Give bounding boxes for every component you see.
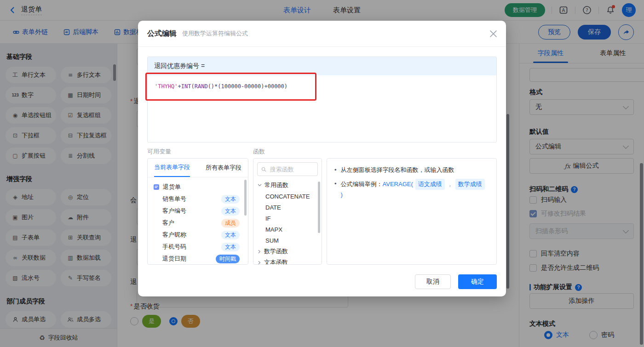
document-icon xyxy=(153,184,160,190)
formula-edit-modal: 公式编辑 使用数学运算符编辑公式 退回优惠券编号 = 'THYHQ'+INT(R… xyxy=(138,21,506,296)
type-badge: 文本 xyxy=(221,195,240,204)
search-icon xyxy=(261,166,266,172)
close-button[interactable] xyxy=(490,30,497,37)
type-badge: 文本 xyxy=(221,207,240,216)
variable-row[interactable]: 客户成员 xyxy=(151,217,244,229)
variable-row[interactable]: 客户编号文本 xyxy=(151,205,244,217)
variable-row[interactable]: 退货日期时间戳 xyxy=(151,253,244,265)
function-search-input[interactable] xyxy=(269,165,314,173)
functions-panel: 常用函数 CONCATENATE DATE IF MAPX SUM 数学函数 文… xyxy=(253,158,322,265)
help-tip: • 从左侧面板选择字段名和函数，或输入函数 xyxy=(334,165,489,175)
variables-form-node[interactable]: 退货单 xyxy=(151,181,244,193)
variables-scrollbar[interactable] xyxy=(244,180,247,216)
variables-panel: 当前表单字段 所有表单字段 退货单 销售单号文本 客户编号文本 客户成员 客户昵… xyxy=(147,158,248,265)
variable-row[interactable]: 手机号码文本 xyxy=(151,241,244,253)
tab-all-form-fields[interactable]: 所有表单字段 xyxy=(206,164,242,172)
chevron-down-icon xyxy=(258,183,262,187)
confirm-button[interactable]: 确定 xyxy=(458,274,497,289)
function-item[interactable]: DATE xyxy=(253,202,322,213)
modal-subtitle: 使用数学运算符编辑公式 xyxy=(182,29,248,38)
example-field-badge: 数学成绩 xyxy=(455,179,485,190)
formula-highlight-box xyxy=(145,73,316,101)
type-badge: 时间戳 xyxy=(216,255,240,263)
help-example: • 公式编辑举例：AVERAGE(语文成绩，数学成绩) xyxy=(334,179,489,200)
function-group-text[interactable]: 文本函数 xyxy=(253,257,322,265)
example-field-badge: 语文成绩 xyxy=(415,179,445,190)
cancel-button[interactable]: 取消 xyxy=(415,274,451,289)
screen: 退货单 表单设计 表单设置 数据管理 A ? 理 表 xyxy=(0,0,644,347)
modal-title: 公式编辑 xyxy=(147,29,177,39)
functions-scrollbar[interactable] xyxy=(318,182,320,233)
bullet: • xyxy=(334,165,337,175)
functions-label: 函数 xyxy=(253,148,265,156)
chevron-right-icon xyxy=(258,250,261,254)
function-search xyxy=(257,162,318,176)
variable-row[interactable]: 销售单号文本 xyxy=(151,193,244,205)
function-item[interactable]: SUM xyxy=(253,235,322,246)
function-item[interactable]: IF xyxy=(253,213,322,224)
chevron-right-icon xyxy=(258,261,261,265)
type-badge: 文本 xyxy=(221,243,240,251)
function-group-common[interactable]: 常用函数 xyxy=(253,180,322,191)
bullet: • xyxy=(334,179,337,200)
function-item[interactable]: MAPX xyxy=(253,224,322,235)
function-item[interactable]: CONCATENATE xyxy=(253,191,322,202)
type-badge: 成员 xyxy=(221,219,240,228)
close-icon xyxy=(490,30,497,37)
tab-current-form-fields[interactable]: 当前表单字段 xyxy=(154,159,190,177)
function-group-math[interactable]: 数学函数 xyxy=(253,246,322,257)
modal-header: 公式编辑 使用数学运算符编辑公式 xyxy=(138,21,506,47)
formula-help-panel: • 从左侧面板选择字段名和函数，或输入函数 • 公式编辑举例：AVERAGE(语… xyxy=(327,158,497,265)
variables-label: 可用变量 xyxy=(147,148,171,156)
variable-row[interactable]: 客户昵称文本 xyxy=(151,229,244,241)
type-badge: 文本 xyxy=(221,231,240,239)
